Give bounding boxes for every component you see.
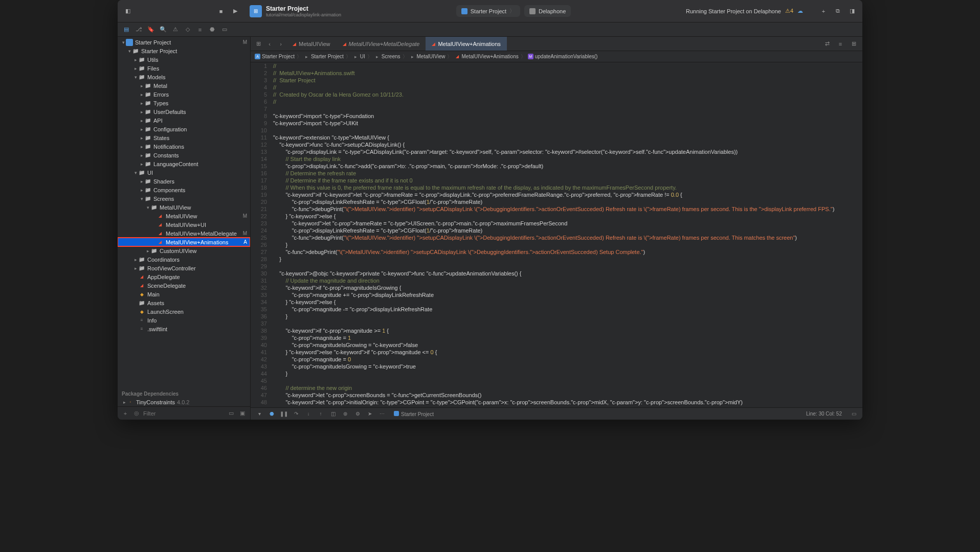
line-gutter: 1234567891011121314151617181920212223242… bbox=[251, 62, 271, 407]
tree-item[interactable]: Screens bbox=[118, 194, 250, 203]
target-icon[interactable]: ⊞ bbox=[250, 5, 262, 17]
breadcrumb-item[interactable]: ▸UI bbox=[353, 54, 365, 59]
editor-tab[interactable]: ◢MetalUIView bbox=[286, 37, 337, 51]
location-icon[interactable]: ➤ bbox=[365, 409, 374, 419]
pause-button[interactable]: ❚❚ bbox=[279, 409, 288, 419]
project-nav-icon[interactable]: ▤ bbox=[121, 24, 132, 35]
environment-icon[interactable]: ⚙ bbox=[353, 409, 362, 419]
device-icon bbox=[529, 8, 536, 14]
editor-tab-bar: ⊞ ‹ › ◢MetalUIView◢MetalUIView+MetalDele… bbox=[251, 37, 862, 51]
adjust-editor-icon[interactable]: ≡ bbox=[835, 38, 846, 50]
navigator-toolbar: ▤ ⎇ 🔖 🔍 ⚠ ◇ ≡ ⬣ ▭ bbox=[118, 22, 862, 37]
scheme-selector[interactable]: Starter Project 〉 bbox=[456, 5, 520, 17]
file-item[interactable]: MetalUIView+MetalDelegateM bbox=[118, 229, 250, 238]
filter-input[interactable] bbox=[143, 410, 225, 417]
tree-item[interactable]: Coordinators bbox=[118, 255, 250, 264]
add-editor-icon[interactable]: ⊞ bbox=[848, 38, 859, 50]
tree-item[interactable]: API bbox=[118, 116, 250, 125]
code-editor[interactable]: 1234567891011121314151617181920212223242… bbox=[251, 62, 862, 407]
bookmark-nav-icon[interactable]: 🔖 bbox=[145, 24, 157, 35]
back-button[interactable]: ‹ bbox=[264, 38, 275, 50]
tree-item[interactable]: UI bbox=[118, 168, 250, 177]
breadcrumb-item[interactable]: ▸Starter Project bbox=[304, 54, 344, 59]
tree-item[interactable]: Info bbox=[118, 316, 250, 325]
editor-tab[interactable]: ◢MetalUIView+Animations bbox=[426, 37, 506, 51]
dep-version: 4.0.2 bbox=[177, 399, 189, 405]
tree-item[interactable]: UserDefaults bbox=[118, 107, 250, 116]
tree-item[interactable]: Types bbox=[118, 99, 250, 107]
tree-item[interactable]: SceneDelegate bbox=[118, 281, 250, 290]
breakpoint-nav-icon[interactable]: ⬣ bbox=[207, 24, 218, 35]
panel-right-icon[interactable]: ◨ bbox=[846, 5, 858, 17]
tree-item[interactable]: Constants bbox=[118, 151, 250, 159]
warning-badge[interactable]: ⚠4 bbox=[785, 8, 793, 14]
tree-item[interactable]: Main bbox=[118, 290, 250, 298]
breakpoints-toggle-icon[interactable]: ⬣ bbox=[267, 409, 276, 419]
add-button[interactable]: + bbox=[817, 5, 830, 17]
tree-item[interactable]: Files bbox=[118, 64, 250, 73]
recent-filter-icon[interactable]: ▭ bbox=[227, 409, 236, 418]
tree-item[interactable]: MetalUIView bbox=[118, 203, 250, 212]
selected-file[interactable]: MetalUIView+AnimationsA bbox=[118, 238, 250, 246]
device-selector[interactable]: Delaphone bbox=[524, 5, 571, 17]
related-items-icon[interactable]: ⊞ bbox=[253, 38, 264, 50]
breadcrumb-item[interactable]: AStarter Project bbox=[255, 54, 295, 59]
step-into-icon[interactable]: ↓ bbox=[304, 409, 313, 419]
device-label: Delaphone bbox=[539, 8, 566, 14]
file-item[interactable]: MetalUIView+UI bbox=[118, 220, 250, 229]
stop-button[interactable]: ■ bbox=[215, 5, 227, 17]
project-title: Starter Project bbox=[266, 5, 341, 12]
code-content[interactable]: //// MetalUIView+Animations.swift// Star… bbox=[271, 62, 862, 407]
cloud-icon[interactable]: ☁ bbox=[797, 8, 803, 14]
breadcrumb-item[interactable]: MupdateAnimationVariables() bbox=[528, 54, 598, 59]
memory-graph-icon[interactable]: ⊛ bbox=[341, 409, 350, 419]
debug-nav-icon[interactable]: ≡ bbox=[194, 24, 206, 35]
breadcrumb-item[interactable]: ▸MetalUIView bbox=[410, 54, 446, 59]
tree-item[interactable]: AppDelegate bbox=[118, 272, 250, 281]
breadcrumb-item[interactable]: ◢MetalUIView+Animations bbox=[454, 54, 518, 59]
forward-button[interactable]: › bbox=[275, 38, 286, 50]
tree-item[interactable]: Notifications bbox=[118, 142, 250, 151]
issue-nav-icon[interactable]: ⚠ bbox=[170, 24, 181, 35]
tree-item[interactable]: .swiftlint bbox=[118, 325, 250, 333]
tree-item[interactable]: Starter Project bbox=[118, 47, 250, 55]
report-nav-icon[interactable]: ▭ bbox=[219, 24, 230, 35]
library-icon[interactable]: ⧉ bbox=[832, 5, 844, 17]
tree-item[interactable]: CustomUIView bbox=[118, 246, 250, 255]
editor-options-icon[interactable]: ⇄ bbox=[821, 38, 833, 50]
jump-bar[interactable]: AStarter Project〉▸Starter Project〉▸UI〉▸S… bbox=[251, 51, 862, 62]
file-tree[interactable]: Starter ProjectMStarter ProjectUtilsFile… bbox=[118, 37, 250, 388]
more-icon[interactable]: ⋯ bbox=[377, 409, 387, 419]
tree-item[interactable]: Shaders bbox=[118, 177, 250, 186]
dependency-item[interactable]: ▫ TinyConstraints 4.0.2 bbox=[118, 398, 250, 406]
tree-item[interactable]: Assets bbox=[118, 298, 250, 307]
tree-item[interactable]: Components bbox=[118, 186, 250, 194]
test-nav-icon[interactable]: ◇ bbox=[182, 24, 193, 35]
tree-item[interactable]: States bbox=[118, 133, 250, 142]
editor-tab[interactable]: ◢MetalUIView+MetalDelegate bbox=[337, 37, 426, 51]
file-item[interactable]: MetalUIViewM bbox=[118, 212, 250, 220]
add-file-button[interactable]: + bbox=[121, 409, 130, 418]
panel-left-icon[interactable]: ◧ bbox=[122, 5, 134, 17]
tree-item[interactable]: Configuration bbox=[118, 125, 250, 133]
hide-debug-icon[interactable]: ▾ bbox=[255, 409, 264, 419]
project-root[interactable]: Starter ProjectM bbox=[118, 38, 250, 47]
tree-item[interactable]: LaunchScreen bbox=[118, 307, 250, 316]
console-toggle-icon[interactable]: ▭ bbox=[849, 409, 858, 419]
breadcrumb-item[interactable]: ▸Screens bbox=[374, 54, 400, 59]
tree-item[interactable]: Metal bbox=[118, 81, 250, 90]
scm-filter-icon[interactable]: ▣ bbox=[238, 409, 247, 418]
run-button[interactable]: ▶ bbox=[229, 5, 241, 17]
find-nav-icon[interactable]: 🔍 bbox=[158, 24, 169, 35]
filter-scope-icon[interactable]: ◎ bbox=[132, 409, 141, 418]
debug-view-icon[interactable]: ◫ bbox=[328, 409, 338, 419]
tree-item[interactable]: LanguageContent bbox=[118, 159, 250, 168]
build-status: Running Starter Project on Delaphone bbox=[686, 8, 781, 14]
step-over-icon[interactable]: ↷ bbox=[292, 409, 301, 419]
tree-item[interactable]: Models bbox=[118, 73, 250, 81]
step-out-icon[interactable]: ↑ bbox=[316, 409, 325, 419]
source-control-nav-icon[interactable]: ⎇ bbox=[133, 24, 144, 35]
tree-item[interactable]: Utils bbox=[118, 55, 250, 64]
tree-item[interactable]: Errors bbox=[118, 90, 250, 99]
tree-item[interactable]: RootViewController bbox=[118, 264, 250, 272]
